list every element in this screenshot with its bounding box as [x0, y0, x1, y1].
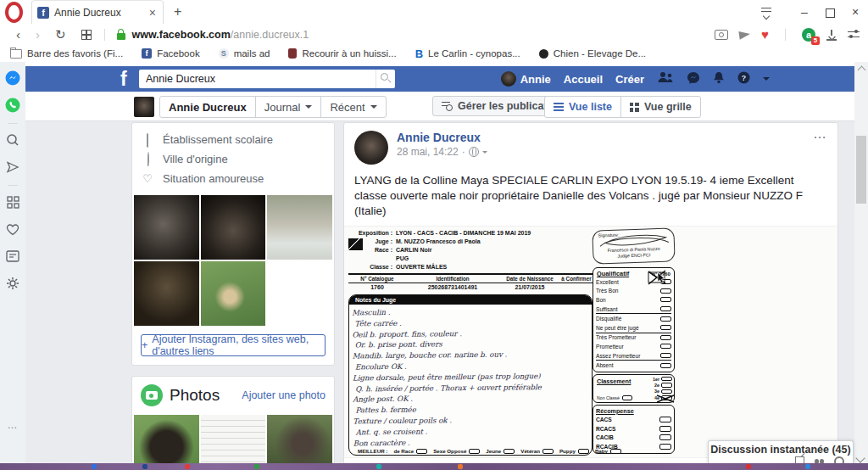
recent-dropdown[interactable]: Récent — [320, 97, 385, 117]
whatsapp-icon[interactable] — [0, 94, 25, 116]
photo-thumbnail[interactable] — [201, 415, 266, 470]
view-grid-button[interactable]: Vue grille — [621, 97, 700, 117]
reload-icon[interactable]: ↻ — [55, 24, 66, 45]
sidebar-more-icon[interactable]: … — [0, 419, 25, 431]
checkbox — [659, 434, 671, 440]
search-submit-icon[interactable] — [376, 70, 395, 88]
windows-taskbar[interactable] — [0, 463, 868, 470]
photos-grid — [132, 411, 334, 470]
nav-create[interactable]: Créer — [615, 73, 644, 86]
close-window-button[interactable]: × — [843, 1, 868, 23]
account-menu-caret-icon[interactable] — [763, 77, 770, 84]
right-column: Annie Ducreux 28 mai, 14:22· … LYANG de … — [343, 122, 838, 467]
nav-profile[interactable]: Annie — [501, 71, 551, 87]
photo-thumbnail[interactable] — [201, 195, 266, 260]
add-photo-link[interactable]: Ajouter une photo — [242, 389, 326, 401]
photo-thumbnail[interactable] — [134, 415, 199, 470]
bookmark-mails[interactable]: Smails ad — [219, 48, 270, 59]
scrollbar-thumb[interactable] — [856, 136, 866, 204]
photos-card: Photos Ajouter une photo — [131, 376, 335, 470]
about-school[interactable]: Établissement scolaire — [141, 130, 326, 149]
b-favicon-icon: B — [415, 48, 423, 60]
facebook-logo[interactable]: f — [120, 67, 139, 91]
speed-dial-grid-icon[interactable] — [0, 191, 25, 213]
tab-close-icon[interactable]: × — [147, 6, 158, 20]
post-author-link[interactable]: Annie Ducreux — [397, 131, 827, 144]
graduation-icon — [141, 133, 154, 146]
checkbox — [469, 449, 480, 454]
globe-privacy-icon — [469, 147, 479, 157]
page-scrollbar[interactable] — [854, 62, 868, 470]
bookmark-facebook[interactable]: fFacebook — [142, 48, 200, 59]
about-relationship[interactable]: ♡Situation amoureuse — [141, 169, 326, 188]
search-icon[interactable] — [0, 129, 25, 151]
browser-tab[interactable]: f Annie Ducreux × — [31, 0, 164, 24]
checkbox — [660, 306, 671, 311]
profile-name-button[interactable]: Annie Ducreux — [160, 97, 255, 117]
notifications-bell-icon[interactable] — [713, 71, 725, 87]
left-column: Établissement scolaire Ville d'origine ♡… — [131, 122, 335, 470]
x-mark-4e — [655, 394, 676, 404]
photo-thumbnail[interactable] — [267, 195, 332, 260]
checkbox — [504, 449, 515, 454]
photo-thumbnail[interactable] — [201, 261, 266, 326]
minimize-button[interactable]: – — [792, 1, 817, 23]
chat-label: Discussion instantanée (45) — [709, 444, 853, 456]
facebook-page: f Annie Accueil Créer ? Annie Ducreux — [25, 62, 854, 470]
bookmarks-bar: Barre des favoris (Fi... fFacebook Smail… — [0, 45, 868, 63]
opera-logo-icon[interactable] — [5, 2, 23, 23]
bookmark-huissier[interactable]: Recourir à un huissi... — [288, 48, 396, 59]
snapshot-camera-icon[interactable] — [715, 30, 728, 40]
restore-button[interactable] — [817, 1, 843, 23]
personal-news-icon[interactable] — [0, 245, 25, 267]
settings-gear-icon[interactable] — [0, 272, 25, 294]
journal-dropdown[interactable]: Journal — [255, 97, 321, 117]
favicon-icon — [539, 49, 548, 59]
about-hometown[interactable]: Ville d'origine — [141, 149, 326, 169]
handwritten-notes: Masculin . Tête carrée . Oeil b. proport… — [348, 304, 593, 449]
bookmark-favorites-folder[interactable]: Barre des favoris (Fi... — [10, 48, 123, 59]
judge-notes-box: Notes du Juge Masculin . Tête carrée . O… — [348, 294, 593, 456]
new-tab-button[interactable]: + — [164, 4, 192, 20]
back-icon[interactable]: ‹ — [16, 24, 20, 45]
recompense-box: Récompense CACS RCACS CACIB RCACIB — [593, 405, 675, 454]
secure-padlock-icon[interactable] — [117, 33, 125, 40]
checkbox — [660, 316, 671, 322]
bookmark-heart-icon[interactable]: ♥ — [761, 29, 769, 41]
post-image-judging-sheet[interactable]: Exposition :LYON - CACS - CACIB - DIMANC… — [344, 226, 837, 458]
add-links-button[interactable]: +Ajouter Instagram, des sites web, d'aut… — [141, 334, 326, 356]
classement-box: Classement 1er 2e 3e 4e Non Classé — [593, 374, 675, 403]
downloads-icon[interactable] — [826, 30, 837, 40]
avatar[interactable] — [354, 131, 388, 165]
bookmarks-heart-icon[interactable] — [0, 218, 25, 240]
view-list-button[interactable]: Vue liste — [545, 97, 621, 117]
speed-dial-icon[interactable] — [81, 30, 92, 40]
photo-thumbnail[interactable] — [267, 415, 332, 470]
messenger-icon[interactable] — [0, 67, 25, 89]
my-flow-icon[interactable] — [738, 30, 750, 40]
search-box — [139, 70, 395, 88]
grid-icon — [630, 103, 639, 112]
avatar[interactable] — [134, 97, 154, 117]
post-options-icon[interactable]: … — [813, 126, 827, 142]
my-flow-plane-icon[interactable] — [0, 156, 25, 178]
search-input[interactable] — [139, 73, 376, 85]
contacts-icon[interactable] — [815, 456, 824, 463]
tab-menu-icon[interactable] — [760, 7, 773, 17]
address-bar: ‹ › ↻ www.facebook.com/annie.ducreux.1 ♥… — [0, 24, 868, 45]
bookmark-chien-elevage[interactable]: Chien - Elevage De... — [539, 48, 646, 59]
nav-home[interactable]: Accueil — [564, 73, 603, 86]
messenger-header-icon[interactable] — [687, 71, 700, 87]
bookmark-carlin[interactable]: BLe Carlin - cynopas... — [415, 48, 520, 60]
adblock-badge-icon[interactable]: a5 — [802, 28, 815, 42]
forward-icon[interactable]: › — [36, 24, 40, 45]
url-text[interactable]: www.facebook.com/annie.ducreux.1 — [132, 29, 309, 41]
friend-requests-icon[interactable] — [657, 71, 674, 87]
photo-thumbnail[interactable] — [134, 261, 199, 326]
scroll-up-icon[interactable] — [858, 66, 866, 75]
help-icon[interactable]: ? — [737, 71, 750, 87]
photo-thumbnail[interactable] — [134, 195, 199, 260]
post-timestamp[interactable]: 28 mai, 14:22· — [397, 146, 827, 158]
svg-text:?: ? — [742, 74, 747, 82]
easy-setup-icon[interactable] — [848, 30, 860, 40]
